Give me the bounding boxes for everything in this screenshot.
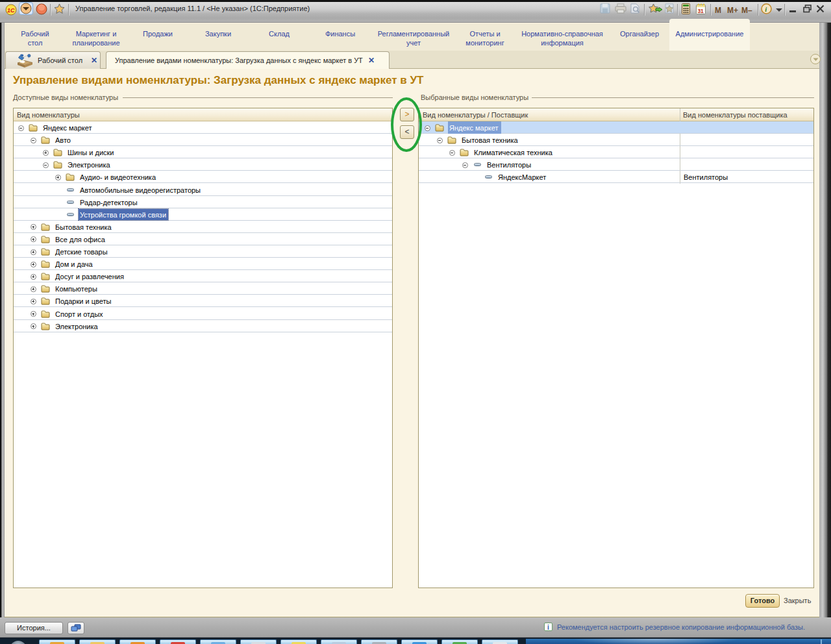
svg-text:31: 31 bbox=[697, 8, 704, 14]
svg-text:1С: 1С bbox=[7, 7, 15, 14]
